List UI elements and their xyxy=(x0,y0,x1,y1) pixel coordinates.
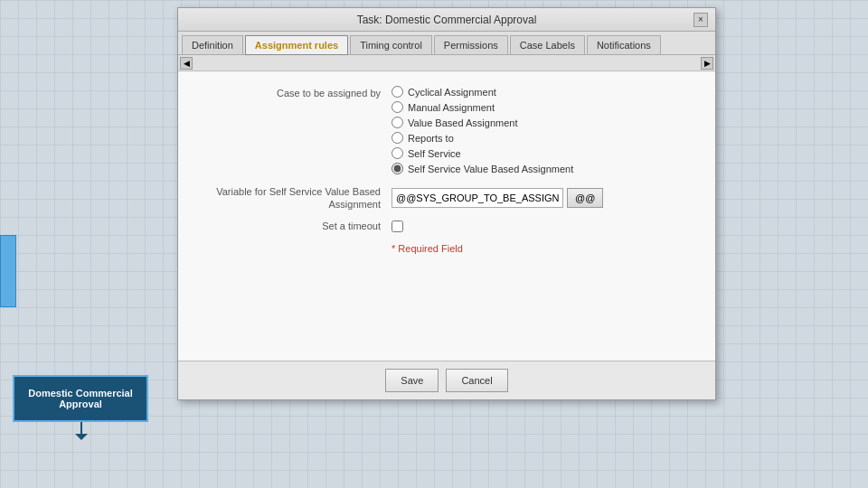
case-assigned-label: Case to be assigned by xyxy=(193,86,392,174)
dialog-title: Task: Domestic Commercial Approval xyxy=(200,14,693,26)
tab-assignment-rules[interactable]: Assignment rules xyxy=(245,35,348,55)
var-label: Variable for Self Service Value Based As… xyxy=(193,185,392,211)
radio-value-based-input[interactable] xyxy=(392,117,403,128)
dialog-footer: Save Cancel xyxy=(178,361,715,399)
timeout-row: Set a timeout xyxy=(193,221,701,232)
radio-self-service-input[interactable] xyxy=(392,147,403,159)
scroll-right-arrow[interactable]: ▶ xyxy=(701,57,713,70)
radio-options-col: Cyclical Assignment Manual Assignment Va… xyxy=(392,86,701,174)
radio-cyclical-input[interactable] xyxy=(392,86,403,98)
radio-cyclical[interactable]: Cyclical Assignment xyxy=(392,86,701,98)
radio-self-service[interactable]: Self Service xyxy=(392,147,701,159)
variable-input[interactable] xyxy=(392,188,563,208)
cancel-button[interactable]: Cancel xyxy=(446,369,507,392)
save-button[interactable]: Save xyxy=(385,369,439,392)
radio-value-based[interactable]: Value Based Assignment xyxy=(392,117,701,128)
dialog: Task: Domestic Commercial Approval × Def… xyxy=(177,7,716,400)
var-input-col: @@ xyxy=(392,188,603,208)
node-connector-arrow xyxy=(75,434,88,440)
radio-manual-input[interactable] xyxy=(392,101,403,113)
canvas-node[interactable]: Domestic Commercial Approval xyxy=(13,375,148,422)
radio-reports-to-label: Reports to xyxy=(408,133,454,144)
scroll-left-arrow[interactable]: ◀ xyxy=(180,57,193,70)
tabs-bar: Definition Assignment rules Timing contr… xyxy=(178,32,715,55)
radio-manual-label: Manual Assignment xyxy=(408,102,495,113)
tab-definition[interactable]: Definition xyxy=(182,35,243,54)
tab-timing-control[interactable]: Timing control xyxy=(350,35,432,54)
radio-self-service-value-label: Self Service Value Based Assignment xyxy=(408,164,573,174)
dialog-title-bar: Task: Domestic Commercial Approval × xyxy=(178,8,715,32)
required-field-note: * Required Field xyxy=(392,243,701,254)
assignment-type-section: Case to be assigned by Cyclical Assignme… xyxy=(193,86,701,174)
left-panel-connector xyxy=(0,235,16,307)
timeout-label: Set a timeout xyxy=(193,221,392,231)
radio-reports-to-input[interactable] xyxy=(392,132,403,144)
tab-permissions[interactable]: Permissions xyxy=(434,35,508,54)
variable-picker-button[interactable]: @@ xyxy=(567,188,603,208)
radio-self-service-label: Self Service xyxy=(408,148,461,159)
radio-value-based-label: Value Based Assignment xyxy=(408,117,517,128)
close-button[interactable]: × xyxy=(693,13,708,27)
canvas-node-label: Domestic Commercial Approval xyxy=(28,388,133,409)
timeout-checkbox[interactable] xyxy=(392,221,403,232)
tab-case-labels[interactable]: Case Labels xyxy=(510,35,585,54)
radio-cyclical-label: Cyclical Assignment xyxy=(408,87,496,98)
horizontal-scroll-bar[interactable]: ◀ ▶ xyxy=(178,55,715,71)
variable-row: Variable for Self Service Value Based As… xyxy=(193,185,701,211)
radio-manual[interactable]: Manual Assignment xyxy=(392,101,701,113)
dialog-body: Case to be assigned by Cyclical Assignme… xyxy=(178,71,715,361)
radio-self-service-value[interactable]: Self Service Value Based Assignment xyxy=(392,163,701,174)
tab-notifications[interactable]: Notifications xyxy=(587,35,661,54)
radio-reports-to[interactable]: Reports to xyxy=(392,132,701,144)
timeout-check-col xyxy=(392,221,403,232)
radio-self-service-value-input[interactable] xyxy=(392,163,403,174)
